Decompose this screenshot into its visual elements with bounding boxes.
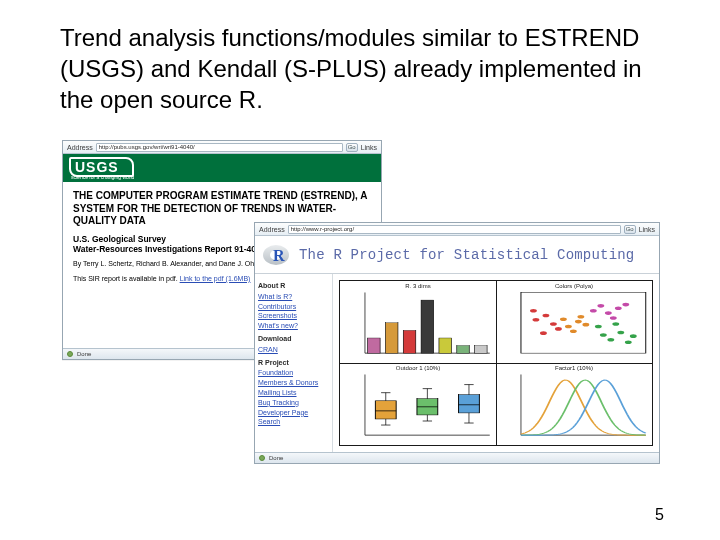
- svg-point-22: [600, 333, 607, 337]
- sidebar-link[interactable]: Members & Donors: [258, 378, 329, 388]
- slide-heading: Trend analysis functions/modules similar…: [60, 22, 660, 116]
- plot-q1-bars: R. 3 dims: [340, 281, 496, 363]
- r-plot-grid: R. 3 dims Colors (Polya) Outdoor 1 (10%)…: [333, 274, 659, 452]
- page-number: 5: [655, 506, 664, 524]
- address-label: Address: [67, 144, 93, 151]
- r-address-bar[interactable]: http://www.r-project.org/: [288, 225, 621, 234]
- links-label: Links: [361, 144, 377, 151]
- svg-point-10: [533, 318, 540, 322]
- usgs-banner: USGS science for a changing world: [63, 154, 381, 182]
- plot-grid-frame: R. 3 dims Colors (Polya) Outdoor 1 (10%)…: [339, 280, 653, 446]
- svg-point-16: [565, 325, 572, 329]
- svg-point-15: [530, 309, 537, 313]
- svg-point-30: [597, 304, 604, 308]
- plot-q4-density: Factor1 (10%): [496, 363, 652, 445]
- status-dot-icon: [67, 351, 73, 357]
- svg-rect-40: [375, 401, 396, 419]
- r-status-text: Done: [269, 455, 283, 461]
- r-status-bar: Done: [255, 452, 659, 463]
- go-label: Go: [626, 226, 634, 232]
- usgs-download-pre: This SIR report is available in pdf.: [73, 275, 178, 282]
- svg-point-33: [622, 303, 629, 307]
- usgs-status-text: Done: [77, 351, 91, 357]
- svg-point-11: [542, 314, 549, 318]
- svg-point-32: [615, 306, 622, 310]
- sidebar-link[interactable]: Bug Tracking: [258, 398, 329, 408]
- svg-rect-50: [459, 395, 480, 413]
- sidebar-link[interactable]: Foundation: [258, 368, 329, 378]
- plot-q3-box: Outdoor 1 (10%): [340, 363, 496, 445]
- svg-point-21: [560, 317, 567, 321]
- svg-point-29: [590, 309, 597, 313]
- r-page-header: R The R Project for Statistical Computin…: [255, 236, 659, 274]
- svg-point-34: [610, 316, 617, 320]
- svg-point-31: [605, 311, 612, 315]
- r-logo-icon: R: [263, 243, 291, 267]
- svg-point-14: [550, 322, 557, 326]
- svg-rect-6: [439, 338, 451, 353]
- status-dot-icon: [259, 455, 265, 461]
- go-button[interactable]: Go: [624, 225, 636, 234]
- svg-point-17: [575, 320, 582, 324]
- usgs-toolbar: Address http://pubs.usgs.gov/wri/wri91-4…: [63, 141, 381, 154]
- svg-point-23: [607, 338, 614, 342]
- svg-point-25: [595, 325, 602, 329]
- svg-point-19: [582, 323, 589, 327]
- svg-point-28: [630, 334, 637, 338]
- usgs-pdf-link[interactable]: Link to the pdf (1.6MB): [180, 275, 251, 282]
- r-browser-window: Address http://www.r-project.org/ Go Lin…: [254, 222, 660, 464]
- svg-point-13: [540, 331, 547, 335]
- sidebar-heading-download: Download: [258, 334, 329, 344]
- sidebar-heading-rproject: R Project: [258, 358, 329, 368]
- go-button[interactable]: Go: [346, 143, 358, 152]
- sidebar-link[interactable]: Contributors: [258, 302, 329, 312]
- r-sidebar: About R What is R?ContributorsScreenshot…: [255, 274, 333, 452]
- svg-point-12: [555, 327, 562, 331]
- sidebar-heading-about: About R: [258, 281, 329, 291]
- svg-rect-9: [521, 292, 646, 353]
- r-toolbar: Address http://www.r-project.org/ Go Lin…: [255, 223, 659, 236]
- svg-point-18: [570, 330, 577, 334]
- r-page-main: About R What is R?ContributorsScreenshot…: [255, 274, 659, 452]
- svg-rect-5: [421, 300, 433, 353]
- links-label: Links: [639, 226, 655, 233]
- usgs-tagline: science for a changing world: [71, 174, 134, 180]
- svg-rect-3: [385, 323, 397, 353]
- r-page-title: The R Project for Statistical Computing: [299, 247, 634, 263]
- sidebar-link[interactable]: What is R?: [258, 292, 329, 302]
- address-label: Address: [259, 226, 285, 233]
- svg-point-20: [577, 315, 584, 319]
- svg-rect-8: [475, 346, 487, 354]
- svg-point-24: [617, 331, 624, 335]
- sidebar-link[interactable]: Developer Page: [258, 408, 329, 418]
- sidebar-link[interactable]: Screenshots: [258, 311, 329, 321]
- svg-point-26: [612, 322, 619, 326]
- svg-rect-2: [368, 338, 380, 353]
- slide: Trend analysis functions/modules similar…: [0, 0, 720, 540]
- sidebar-link[interactable]: CRAN: [258, 345, 329, 355]
- svg-rect-7: [457, 346, 469, 354]
- go-label: Go: [348, 144, 356, 150]
- plot-q2-scatter: Colors (Polya): [496, 281, 652, 363]
- usgs-address-bar[interactable]: http://pubs.usgs.gov/wri/wri91-4040/: [96, 143, 343, 152]
- sidebar-link[interactable]: Search: [258, 417, 329, 427]
- svg-point-27: [625, 340, 632, 344]
- svg-rect-4: [403, 330, 415, 353]
- sidebar-link[interactable]: Mailing Lists: [258, 388, 329, 398]
- sidebar-link[interactable]: What's new?: [258, 321, 329, 331]
